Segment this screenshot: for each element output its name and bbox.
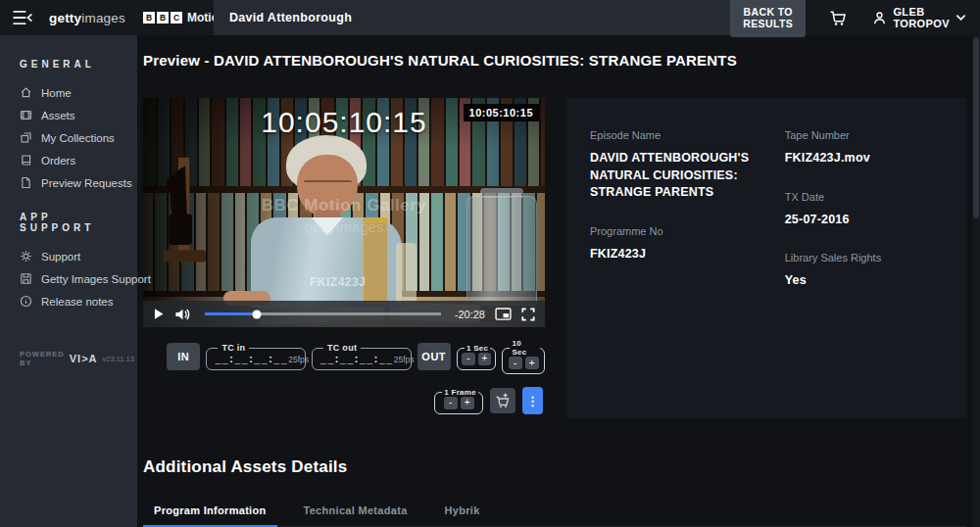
home-icon: [20, 86, 32, 99]
tc-in-fps: 25fps: [288, 355, 309, 364]
back-to-results-button[interactable]: BACK TO RESULTS: [730, 0, 806, 37]
topbar: gettyimages B B C Motion Gallery BACK TO…: [0, 0, 980, 35]
trim-controls-row: IN TC in __:__:__:__ 25fps TC out __:__:…: [143, 339, 545, 374]
frame-controls-row: 1 Frame - +: [143, 387, 545, 414]
player-column: BBC Motion Gallery gettyimages FKIZ423J …: [143, 98, 545, 418]
add-to-cart-button[interactable]: [490, 388, 515, 413]
mark-in-button[interactable]: IN: [167, 343, 200, 370]
collections-icon: [20, 131, 32, 144]
microscope-silhouette: [151, 137, 220, 284]
time-remaining: -20:28: [455, 309, 485, 320]
minus-1sec-button[interactable]: -: [462, 353, 475, 365]
metadata-right-column: Tape Number FKIZ423J.mov TX Date 25-07-2…: [785, 129, 951, 418]
powered-by-vida: POWERED BY VI>A v23.11.13: [20, 350, 129, 367]
fullscreen-button[interactable]: [521, 308, 535, 321]
glass-jar: [466, 196, 537, 306]
step-1frame-group: 1 Frame - +: [434, 388, 483, 414]
tc-out-fps: 25fps: [394, 355, 415, 364]
presenter-glasses: [304, 180, 352, 190]
progress-handle[interactable]: [252, 310, 261, 318]
document-icon: [20, 176, 32, 189]
cart-icon: [829, 10, 847, 26]
sidebar: GENERAL Home Assets My Collections Order…: [0, 35, 137, 527]
brand-logos: gettyimages B B C Motion Gallery: [49, 11, 214, 25]
tc-out-field[interactable]: TC out __:__:__:__ 25fps: [312, 343, 412, 370]
field-tx-date: TX Date 25-07-2016: [785, 191, 951, 229]
person-icon: [872, 11, 887, 25]
chevron-down-icon: [956, 14, 966, 22]
step-10sec-group: 10 Sec - +: [502, 339, 545, 374]
picture-in-picture-button[interactable]: [495, 308, 512, 320]
sidebar-item-assets[interactable]: Assets: [20, 104, 129, 126]
mark-out-button[interactable]: OUT: [417, 343, 451, 370]
plus-1sec-button[interactable]: +: [478, 353, 492, 365]
scrollbar-thumb[interactable]: [973, 37, 979, 218]
plus-1frame-button[interactable]: +: [461, 397, 474, 409]
topbar-right: BACK TO RESULTS GLEB TOROPOV: [730, 0, 980, 37]
field-episode-name: Episode Name DAVID ATTENBOROUGH'S NATURA…: [590, 129, 769, 202]
gettyimages-logo: gettyimages: [49, 11, 125, 25]
minus-1frame-button[interactable]: -: [444, 397, 458, 409]
save-disk-icon: [20, 272, 32, 285]
field-programme-no: Programme No FKIZ423J: [590, 225, 769, 264]
info-icon: [20, 295, 32, 308]
tab-technical-metadata[interactable]: Technical Metadata: [293, 497, 418, 527]
sidebar-item-getty-images-support[interactable]: Getty Images Support: [20, 267, 129, 290]
sidebar-item-release-notes[interactable]: Release notes: [20, 290, 129, 312]
corner-timecode-overlay: 10:05:10:15: [464, 104, 539, 121]
collapse-sidebar-button[interactable]: [12, 4, 33, 31]
scrollbar-track[interactable]: [972, 35, 980, 527]
film-icon: [20, 109, 32, 121]
metadata-panel: Episode Name DAVID ATTENBOROUGH'S NATURA…: [566, 98, 966, 418]
gear-icon: [20, 250, 32, 263]
sidebar-item-support[interactable]: Support: [20, 245, 129, 267]
tc-in-value[interactable]: __:__:__:__: [215, 353, 288, 364]
app-window: gettyimages B B C Motion Gallery BACK TO…: [0, 0, 980, 527]
more-options-button[interactable]: ⋮: [522, 387, 543, 414]
specimen-jar: [363, 221, 388, 304]
specimen-jar: [396, 243, 416, 304]
sidebar-item-home[interactable]: Home: [20, 81, 129, 104]
sidebar-section-general: GENERAL: [20, 59, 129, 70]
tab-hybrik[interactable]: Hybrik: [434, 497, 491, 527]
sidebar-list-general: Home Assets My Collections Orders Previe…: [20, 81, 129, 194]
tc-out-value[interactable]: __:__:__:__: [320, 353, 394, 364]
video-player[interactable]: BBC Motion Gallery gettyimages FKIZ423J …: [143, 98, 545, 327]
vida-logo: VI>A: [70, 353, 98, 364]
cart-plus-icon: [495, 393, 511, 408]
field-library-sales-rights: Library Sales Rights Yes: [785, 252, 951, 290]
field-tape-number: Tape Number FKIZ423J.mov: [785, 129, 951, 168]
sidebar-item-preview-requests[interactable]: Preview Requests: [20, 171, 129, 194]
user-menu[interactable]: GLEB TOROPOV: [872, 6, 966, 29]
bbc-logo: B B C: [143, 12, 182, 24]
tc-in-field[interactable]: TC in __:__:__:__ 25fps: [206, 343, 306, 370]
clip-id-watermark: FKIZ423J: [310, 275, 366, 289]
plus-10sec-button[interactable]: +: [525, 357, 539, 369]
details-tabs: Program Information Technical Metadata H…: [143, 497, 966, 527]
volume-button[interactable]: [174, 308, 191, 321]
search-input[interactable]: [214, 0, 730, 35]
additional-assets-heading: Additional Assets Details: [143, 457, 966, 477]
sidebar-list-app-support: Support Getty Images Support Release not…: [20, 245, 129, 312]
minus-10sec-button[interactable]: -: [509, 357, 522, 369]
progress-played: [205, 312, 257, 315]
sidebar-item-orders[interactable]: Orders: [20, 149, 129, 171]
search-field-wrap: [214, 0, 730, 35]
page-title: Preview - DAVID ATTENBOROUGH'S NATURAL C…: [143, 52, 966, 69]
step-1sec-group: 1 Sec - +: [457, 344, 496, 370]
metadata-left-column: Episode Name DAVID ATTENBOROUGH'S NATURA…: [590, 129, 785, 418]
user-name: GLEB TOROPOV: [893, 6, 950, 29]
main-content: Preview - DAVID ATTENBOROUGH'S NATURAL C…: [137, 35, 980, 527]
sidebar-section-app-support: APP SUPPORT: [20, 212, 129, 233]
book-icon: [20, 154, 32, 167]
play-button[interactable]: [153, 308, 165, 320]
hamburger-collapse-icon: [12, 10, 33, 25]
vida-version: v23.11.13: [103, 355, 134, 363]
tab-program-information[interactable]: Program Information: [143, 497, 277, 527]
seek-bar[interactable]: [205, 312, 441, 315]
sidebar-item-my-collections[interactable]: My Collections: [20, 126, 129, 149]
video-controls-bar: -20:28: [143, 301, 545, 327]
kebab-menu-icon: ⋮: [526, 394, 539, 408]
cart-button[interactable]: [829, 10, 847, 26]
